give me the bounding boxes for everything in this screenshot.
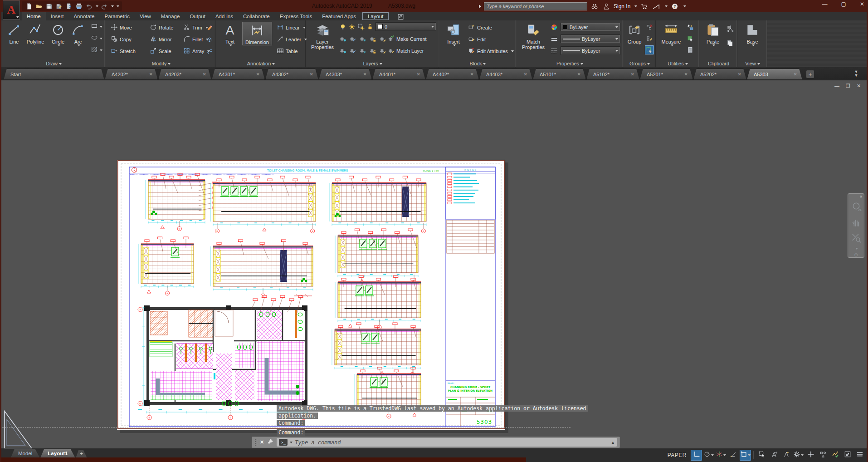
file-tab-close-icon[interactable]: ✕ — [417, 72, 420, 77]
undo-caret-icon[interactable] — [96, 5, 98, 7]
file-tab-close-icon[interactable]: ✕ — [794, 72, 797, 77]
match-properties-button[interactable]: Match Properties — [519, 22, 548, 50]
base-button[interactable]: Base — [742, 22, 763, 46]
ribbon-tab-annotate[interactable]: Annotate — [68, 12, 99, 20]
layer-thaw-icon[interactable] — [347, 22, 356, 31]
trim-button[interactable]: Trim — [183, 23, 208, 32]
file-tab-close-icon[interactable]: ✕ — [256, 72, 260, 77]
cut-icon[interactable] — [726, 24, 735, 33]
file-tab-a5101[interactable]: A5101*✕ — [533, 69, 586, 80]
file-tab-close-icon[interactable]: ✕ — [470, 72, 474, 77]
ribbon-tab-view[interactable]: View — [135, 12, 156, 20]
command-prompt-caret-icon[interactable] — [290, 442, 293, 443]
clean-screen-icon[interactable] — [842, 450, 853, 461]
group-edit-icon[interactable] — [645, 34, 654, 43]
object-color-dropdown[interactable]: ByLayer — [561, 23, 620, 31]
redo-caret-icon[interactable] — [111, 5, 114, 7]
panel-label-utilities[interactable]: Utilities — [657, 61, 699, 66]
linetype-dropdown[interactable]: ByLayer — [561, 46, 620, 55]
file-tab-close-icon[interactable]: ✕ — [310, 72, 313, 77]
annotation-scale-icon[interactable] — [793, 450, 804, 461]
isolate-objects-icon[interactable] — [817, 450, 829, 461]
file-tab-a4301[interactable]: A4301*✕ — [212, 69, 265, 80]
search-icon[interactable] — [590, 2, 599, 11]
file-tab-a4401[interactable]: A4401*✕ — [372, 69, 425, 80]
quick-calculator-icon[interactable] — [686, 45, 695, 54]
ribbon-tab-output[interactable]: Output — [185, 12, 210, 20]
ribbon-tab-home[interactable]: Home — [22, 12, 46, 20]
layer-tool-icon[interactable] — [348, 46, 357, 55]
pan-icon[interactable] — [851, 217, 862, 230]
store-cart-icon[interactable] — [640, 2, 649, 11]
drawing-minimize-icon[interactable]: — — [834, 83, 839, 89]
panel-label-view[interactable]: View — [738, 61, 767, 66]
ungroup-icon[interactable] — [645, 23, 654, 32]
table-button[interactable]: Table — [277, 47, 297, 56]
file-tab-close-icon[interactable]: ✕ — [738, 72, 741, 77]
file-tab-a4303[interactable]: A4303*✕ — [319, 69, 372, 80]
new-layout-button[interactable]: + — [76, 450, 87, 457]
command-input[interactable]: >_ Type a command ▲ — [277, 438, 617, 447]
measure-button[interactable]: Measure — [659, 22, 683, 46]
erase-icon[interactable] — [205, 23, 214, 32]
command-history-toggle-icon[interactable]: ▲ — [611, 440, 615, 445]
layer-tool-icon[interactable] — [358, 46, 367, 55]
color-wheel-icon[interactable] — [550, 23, 559, 32]
ribbon-extra-icon[interactable] — [397, 13, 404, 20]
file-tab-a5102[interactable]: A5102*✕ — [586, 69, 639, 80]
stretch-button[interactable]: Stretch — [111, 47, 136, 56]
linetype-icon[interactable] — [550, 46, 559, 55]
explode-icon[interactable] — [205, 35, 214, 44]
navbar-options-icon[interactable]: ⊖ — [854, 252, 858, 257]
leader-button[interactable]: Leader — [277, 35, 307, 44]
help-caret-icon[interactable] — [683, 5, 686, 7]
layer-tool-icon[interactable] — [338, 34, 347, 44]
layer-freeze-viewport-icon[interactable] — [356, 22, 366, 31]
annotation-visibility-icon[interactable] — [768, 450, 780, 461]
hatch-button[interactable] — [91, 46, 102, 55]
match-layer-button[interactable]: Match Layer — [387, 46, 424, 55]
command-dock-divider[interactable] — [0, 427, 571, 428]
help-icon[interactable]: ? — [670, 2, 679, 11]
file-tab-close-icon[interactable]: ✕ — [524, 72, 527, 77]
selection-cycling-icon[interactable] — [756, 450, 767, 461]
search-collapse-icon[interactable] — [479, 5, 481, 8]
scale-button[interactable]: Scale — [150, 47, 171, 56]
save-as-icon[interactable] — [54, 2, 63, 10]
app-menu-button[interactable]: A — [3, 0, 20, 20]
lineweight-dropdown[interactable]: ByLayer — [561, 34, 620, 43]
layer-tool-icon[interactable] — [348, 34, 357, 44]
file-tab-close-icon[interactable]: ✕ — [363, 72, 367, 77]
panel-label-clipboard[interactable]: Clipboard — [700, 61, 737, 66]
linear-button[interactable]: Linear — [277, 23, 306, 32]
offset-icon[interactable] — [205, 47, 214, 56]
panel-label-block[interactable]: Block — [440, 61, 516, 66]
line-button[interactable]: Line — [5, 22, 23, 44]
model-tab[interactable]: Model — [11, 449, 39, 457]
layer-tool-icon[interactable] — [338, 46, 347, 55]
file-tab-close-icon[interactable]: ✕ — [577, 72, 581, 77]
dimension-button[interactable]: Dimension — [242, 22, 272, 45]
file-tab-a4403[interactable]: A4403*✕ — [479, 69, 532, 80]
plot-icon[interactable] — [74, 2, 83, 10]
file-tab-overflow-icon[interactable]: ▼▼ — [849, 70, 863, 77]
file-tab-a4202[interactable]: A4202*✕ — [105, 69, 158, 80]
panel-label-draw[interactable]: Draw — [3, 61, 105, 66]
command-prompt-icon[interactable]: >_ — [279, 439, 288, 446]
layer-on-icon[interactable] — [338, 22, 347, 31]
layer-unlock-icon[interactable] — [366, 22, 375, 31]
mobile-share-icon[interactable] — [64, 2, 73, 10]
layer-tool-icon[interactable] — [378, 34, 387, 44]
polar-tracking-icon[interactable] — [703, 450, 714, 461]
rectangle-button[interactable] — [91, 22, 102, 31]
workspace-switching-icon[interactable] — [805, 450, 816, 461]
navigation-bar[interactable]: ✕ 2D ⊖ — [848, 193, 864, 258]
file-tab-a5303[interactable]: A5303✕ — [747, 69, 802, 80]
move-button[interactable]: Move — [111, 23, 132, 32]
layer-tool-icon[interactable] — [378, 46, 387, 55]
file-tab-close-icon[interactable]: ✕ — [203, 72, 206, 77]
panel-label-groups[interactable]: Groups — [624, 61, 655, 66]
customization-icon[interactable] — [854, 450, 865, 461]
quick-select-icon[interactable] — [686, 23, 695, 32]
ribbon-tab-layout[interactable]: Layout — [362, 12, 389, 20]
